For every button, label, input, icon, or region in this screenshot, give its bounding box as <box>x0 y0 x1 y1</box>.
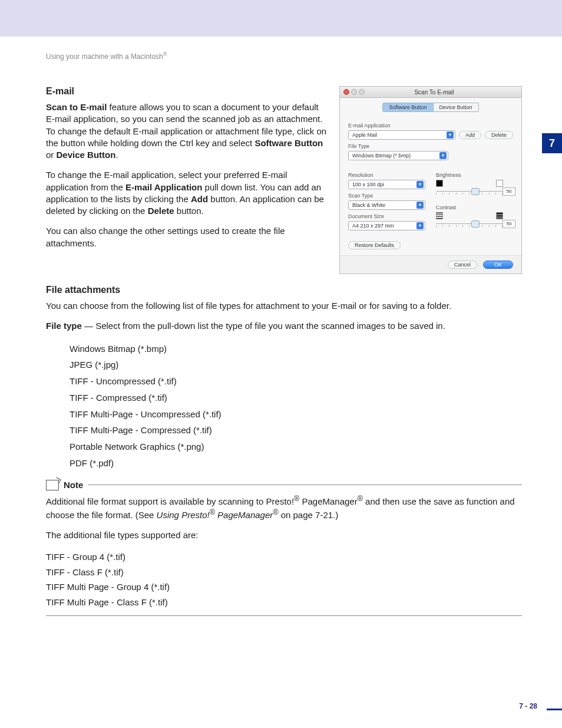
resolution-select[interactable]: 100 x 100 dpi▾ <box>348 180 425 189</box>
breadcrumb: Using your machine with a Macintosh® <box>46 51 522 61</box>
file-attachments-heading: File attachments <box>46 285 522 295</box>
swatch-light <box>496 180 503 187</box>
file-attachments-p1: You can choose from the following list o… <box>46 300 522 312</box>
top-band <box>0 0 562 37</box>
email-heading: E-mail <box>46 86 329 97</box>
label-file-type: File Type <box>348 143 513 149</box>
swatch-dark <box>436 180 443 187</box>
note-icon <box>46 480 59 490</box>
email-para-2: To change the E-mail application, select… <box>46 169 329 217</box>
ok-button[interactable]: OK <box>483 261 513 269</box>
tab-software-button[interactable]: Software Button <box>382 103 433 112</box>
file-type-select[interactable]: Windows Bitmap (*.bmp)▾ <box>348 151 448 160</box>
scan-to-email-dialog: Scan To E-mail Software Button Device Bu… <box>339 86 522 274</box>
list-item: TIFF - Group 4 (*.tif) <box>46 549 522 565</box>
restore-defaults-button[interactable]: Restore Defaults <box>348 241 401 249</box>
note-rule <box>88 485 522 485</box>
swatch-low-contrast <box>436 212 443 219</box>
label-scan-type: Scan Type <box>348 193 425 199</box>
additional-types-list: TIFF - Group 4 (*.tif) TIFF - Class F (*… <box>46 549 522 610</box>
list-item: TIFF Multi-Page - Compressed (*.tif) <box>70 422 522 439</box>
list-item: TIFF Multi Page - Class F (*.tif) <box>46 595 522 610</box>
label-contrast: Contrast <box>436 205 513 210</box>
swatch-high-contrast <box>496 212 503 219</box>
email-para-1: Scan to E-mail feature allows you to sca… <box>46 101 329 161</box>
delete-button[interactable]: Delete <box>485 131 513 139</box>
list-item: TIFF - Uncompressed (*.tif) <box>70 373 522 390</box>
file-attachments-p2: File type — Select from the pull-down li… <box>46 320 522 332</box>
contrast-slider[interactable]: 50 <box>436 222 513 226</box>
list-item: JPEG (*.jpg) <box>70 357 522 373</box>
close-icon[interactable] <box>343 89 349 95</box>
scan-type-select[interactable]: Black & White▾ <box>348 200 425 210</box>
email-app-select[interactable]: Apple Mail▾ <box>348 130 455 140</box>
chapter-tab: 7 <box>542 133 562 153</box>
list-item: Portable Network Graphics (*.png) <box>70 439 522 455</box>
list-item: TIFF - Class F (*.tif) <box>46 565 522 580</box>
list-item: TIFF - Compressed (*.tif) <box>70 390 522 406</box>
brightness-value: 50 <box>503 187 515 196</box>
file-type-list: Windows Bitmap (*.bmp) JPEG (*.jpg) TIFF… <box>70 341 522 472</box>
note-end-rule <box>46 615 522 616</box>
label-email-app: E-mail Application <box>348 123 513 129</box>
note-p2: The additional file types supported are: <box>46 529 522 541</box>
label-brightness: Brightness <box>436 172 513 178</box>
cancel-button[interactable]: Cancel <box>448 261 477 269</box>
add-button[interactable]: Add <box>459 131 481 139</box>
list-item: TIFF Multi Page - Group 4 (*.tif) <box>46 579 522 595</box>
label-doc-size: Document Size <box>348 213 425 219</box>
list-item: PDF (*.pdf) <box>70 455 522 472</box>
list-item: TIFF Multi-Page - Uncompressed (*.tif) <box>70 406 522 423</box>
note-p1: Additional file format support is availa… <box>46 494 522 522</box>
page-number: 7 - 28 <box>519 702 537 710</box>
contrast-value: 50 <box>503 220 515 228</box>
email-para-3: You can also change the other settings u… <box>46 225 329 249</box>
note-label: Note <box>64 480 83 490</box>
doc-size-select[interactable]: A4 210 x 297 mm▾ <box>348 221 425 230</box>
footer-accent <box>547 709 562 710</box>
dialog-title: Scan To E-mail <box>365 89 521 95</box>
zoom-icon <box>359 89 365 95</box>
tab-device-button[interactable]: Device Button <box>434 103 479 112</box>
brightness-slider[interactable]: 50 <box>436 189 513 194</box>
list-item: Windows Bitmap (*.bmp) <box>70 341 522 357</box>
label-resolution: Resolution <box>348 172 425 178</box>
minimize-icon <box>351 89 357 95</box>
